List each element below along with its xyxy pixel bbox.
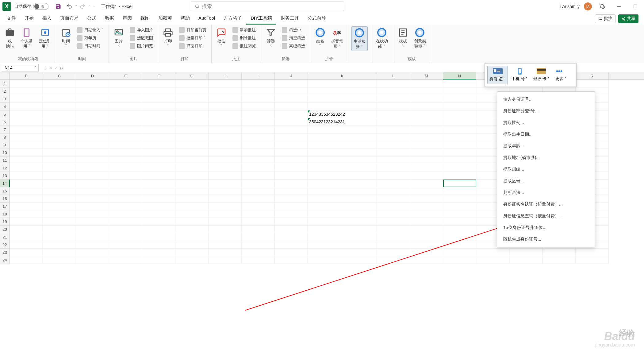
cell-B23[interactable] [10,249,43,256]
cell-L18[interactable] [377,210,410,218]
col-header-K[interactable]: K [308,72,377,79]
cell-K5[interactable]: 123433534523242 [308,110,377,118]
cell-N2[interactable] [443,87,476,95]
menu-item-9[interactable]: 身份证实名认证（按量付费）... [497,199,595,210]
cell-N15[interactable] [443,187,476,195]
tab-3[interactable]: 页面布局 [56,13,83,25]
cell-J21[interactable] [275,233,308,241]
cell-C16[interactable] [43,195,76,203]
cell-H14[interactable] [209,180,242,187]
cell-O23[interactable] [476,249,509,256]
cell-G17[interactable] [175,203,209,210]
cell-E22[interactable] [109,241,142,249]
cell-D24[interactable] [76,256,109,264]
cell-H12[interactable] [209,164,242,172]
cell-C21[interactable] [43,233,76,241]
row-header-6[interactable]: 6 [0,118,10,126]
cell-B3[interactable] [10,95,43,103]
cell-L2[interactable] [377,87,410,95]
cell-L24[interactable] [377,256,410,264]
col-header-L[interactable]: L [377,72,410,79]
cell-E20[interactable] [109,226,142,233]
ribbon-small-4-2[interactable]: 批注阅览 [231,42,258,50]
row-header-21[interactable]: 21 [0,233,10,241]
cell-D11[interactable] [76,157,109,164]
col-header-N[interactable]: N [443,72,476,79]
cell-N20[interactable] [443,226,476,233]
cell-P23[interactable] [509,249,542,256]
cell-F14[interactable] [142,180,175,187]
cell-G2[interactable] [175,87,209,95]
ribbon-small-1-1[interactable]: 万年历 [75,34,105,42]
cell-B16[interactable] [10,195,43,203]
cell-C3[interactable] [43,95,76,103]
cell-G11[interactable] [175,157,209,164]
cell-J11[interactable] [275,157,308,164]
cell-M10[interactable] [410,149,443,157]
cell-F16[interactable] [142,195,175,203]
row-header-9[interactable]: 9 [0,141,10,149]
cell-F2[interactable] [142,87,175,95]
ribbon-small-3-0[interactable]: 打印当前页 [177,26,208,34]
col-header-F[interactable]: F [142,72,175,79]
cell-E15[interactable] [109,187,142,195]
tab-6[interactable]: 审阅 [118,13,136,25]
cell-C9[interactable] [43,141,76,149]
cell-E13[interactable] [109,172,142,180]
cell-I4[interactable] [242,103,275,110]
cell-F23[interactable] [142,249,175,256]
cell-D20[interactable] [76,226,109,233]
cell-K20[interactable] [308,226,377,233]
cell-K10[interactable] [308,149,377,157]
menu-item-0[interactable]: 输入身份证号... [497,94,595,105]
cell-K6[interactable]: 350423123214231 [308,118,377,126]
col-header-I[interactable]: I [242,72,275,79]
cell-K4[interactable] [308,103,377,110]
tab-9[interactable]: 帮助 [176,13,194,25]
cell-G8[interactable] [175,133,209,141]
cell-J17[interactable] [275,203,308,210]
cell-B22[interactable] [10,241,43,249]
cell-I15[interactable] [242,187,275,195]
cell-K12[interactable] [308,164,377,172]
cell-J4[interactable] [275,103,308,110]
cell-D10[interactable] [76,149,109,157]
ribbon-small-3-1[interactable]: 批量打印 ˅ [177,34,208,42]
cell-D3[interactable] [76,95,109,103]
cell-C5[interactable] [43,110,76,118]
cell-K2[interactable] [308,87,377,95]
row-header-23[interactable]: 23 [0,249,10,256]
cell-I10[interactable] [242,149,275,157]
cell-N14[interactable] [443,180,476,187]
cell-M3[interactable] [410,95,443,103]
cell-C22[interactable] [43,241,76,249]
cell-G13[interactable] [175,172,209,180]
cell-I5[interactable] [242,110,275,118]
cell-H21[interactable] [209,233,242,241]
row-header-13[interactable]: 13 [0,172,10,180]
cell-E10[interactable] [109,149,142,157]
cell-G10[interactable] [175,149,209,157]
cell-M18[interactable] [410,210,443,218]
cell-R24[interactable] [576,256,609,264]
ribbon-btn-0-1[interactable]: 个人常 用 ˅ [19,26,35,50]
cell-E1[interactable] [109,80,142,87]
cell-H2[interactable] [209,87,242,95]
ribbon-small-5-0[interactable]: 筛选中 [280,26,307,34]
cell-C20[interactable] [43,226,76,233]
row-header-10[interactable]: 10 [0,149,10,157]
autosave-toggle[interactable]: 关 [33,3,48,10]
cell-H16[interactable] [209,195,242,203]
row-header-16[interactable]: 16 [0,195,10,203]
save-button[interactable] [54,2,63,11]
ribbon-btn-1-0[interactable]: 时间 ˅ [59,26,73,50]
cell-D14[interactable] [76,180,109,187]
cell-E2[interactable] [109,87,142,95]
cell-D6[interactable] [76,118,109,126]
cell-J24[interactable] [275,256,308,264]
cell-L4[interactable] [377,103,410,110]
cell-M19[interactable] [410,218,443,226]
cell-G16[interactable] [175,195,209,203]
cell-F9[interactable] [142,141,175,149]
menu-item-5[interactable]: 提取地址(省市县)... [497,152,595,164]
